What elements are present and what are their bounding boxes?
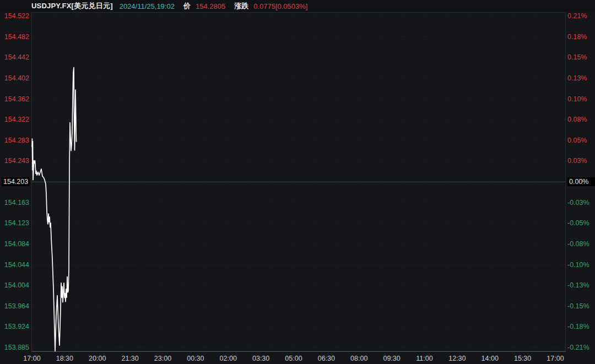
chart-window: USDJPY.FX[美元兑日元] 2024/11/25,19:02 价 154.… [0,0,595,364]
price-line [32,68,77,351]
price-chart-plot[interactable] [0,0,595,364]
